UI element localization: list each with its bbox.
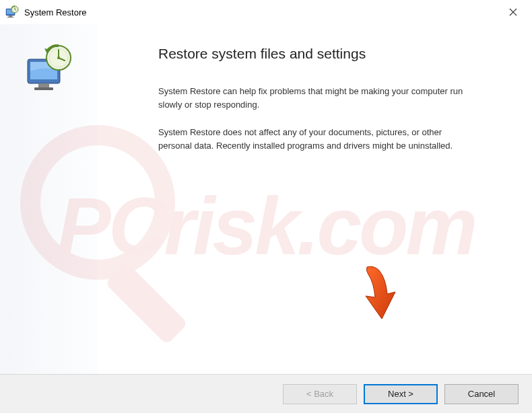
svg-rect-3: [7, 17, 13, 17]
description-paragraph-2: System Restore does not affect any of yo…: [158, 126, 468, 152]
wizard-left-pane: [0, 24, 98, 374]
system-restore-window: System Restore PCrisk.com: [0, 0, 532, 413]
svg-point-15: [57, 57, 60, 59]
svg-rect-10: [34, 87, 53, 90]
description-paragraph-1: System Restore can help fix problems tha…: [158, 85, 468, 111]
system-restore-icon: [5, 5, 19, 19]
wizard-button-bar: < Back Next > Cancel: [0, 374, 532, 413]
window-title: System Restore: [24, 7, 86, 17]
svg-rect-9: [38, 83, 49, 87]
wizard-content: Restore system files and settings System…: [98, 24, 532, 374]
svg-rect-2: [9, 15, 12, 17]
back-button: < Back: [283, 384, 357, 404]
cancel-button[interactable]: Cancel: [444, 384, 519, 404]
wizard-body: PCrisk.com: [0, 24, 532, 374]
titlebar: System Restore: [0, 0, 532, 24]
restore-computer-icon: [22, 44, 76, 98]
close-button[interactable]: [500, 3, 527, 22]
page-heading: Restore system files and settings: [158, 46, 505, 62]
next-button[interactable]: Next >: [364, 384, 438, 404]
